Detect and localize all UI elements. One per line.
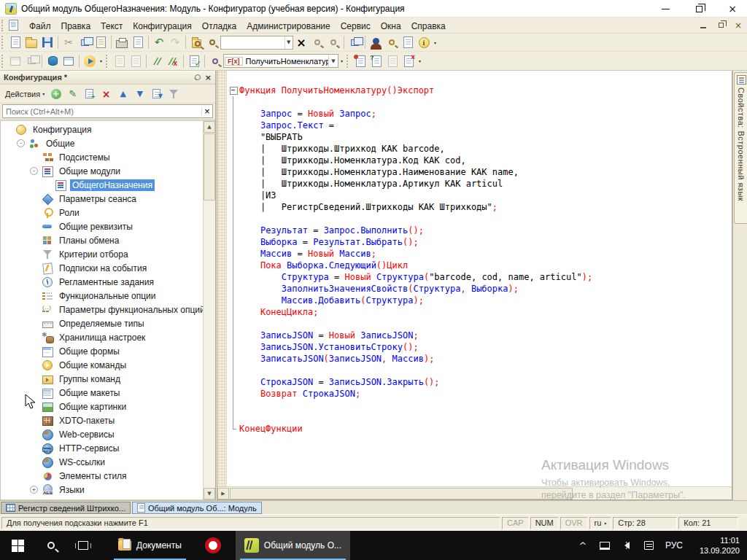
hidden-icons-button[interactable]: ^ — [572, 540, 594, 551]
close-config-button[interactable] — [23, 53, 39, 69]
code-line-10[interactable]: |ИЗ — [228, 190, 732, 201]
code-line-18[interactable]: ЗаполнитьЗначенияСвойств(Структура, Выбо… — [228, 283, 732, 295]
tree-item-Регламентные задания[interactable]: Регламентные задания — [1, 275, 203, 289]
move-up-button[interactable]: ▲ — [115, 87, 131, 101]
taskbar-clock[interactable]: 11:01 13.09.2020 — [689, 535, 747, 556]
delete-button[interactable]: × — [98, 87, 114, 101]
copy-fragment-button[interactable] — [112, 53, 128, 69]
tree-item-HTTP-сервисы[interactable]: HTTP-сервисы — [1, 441, 203, 455]
minimize-button[interactable] — [651, 0, 680, 18]
tree-search-input[interactable] — [3, 107, 201, 116]
scroll-right-button[interactable]: ▶ — [217, 488, 229, 499]
code-line-3[interactable]: Запрос = Новый Запрос; — [228, 108, 732, 120]
search-input[interactable] — [221, 37, 285, 48]
menu-5[interactable]: Отладка — [197, 20, 241, 33]
cut-button[interactable]: ✂ — [61, 35, 77, 50]
tree-item-Общие реквизиты[interactable]: Общие реквизиты — [1, 219, 203, 233]
tree-item-Параметры функциональных опций[interactable]: Параметры функциональных опций — [1, 303, 203, 316]
help-content-button[interactable] — [384, 35, 400, 50]
code-line-9[interactable]: | Штрихкоды.Номенклатура.Артикул КАК art… — [228, 178, 732, 190]
code-line-19[interactable]: Массив.Добавить(Структура); — [228, 295, 732, 306]
print-button[interactable] — [114, 35, 130, 50]
tree-item-Роли[interactable]: Роли — [1, 206, 203, 219]
procedures-dropdown-icon[interactable]: ▼ — [328, 55, 338, 67]
print-preview-button[interactable] — [130, 35, 146, 50]
tree-item-Элементы стиля[interactable]: Элементы стиля — [1, 469, 203, 483]
code-line-13[interactable]: Результат = Запрос.Выполнить(); — [228, 225, 732, 236]
tree-scrollbar[interactable]: ▲ ▼ — [203, 121, 215, 499]
start-debugging-button[interactable] — [82, 53, 98, 69]
mdi-minimize-button[interactable] — [697, 20, 709, 31]
code-line-25[interactable] — [228, 365, 732, 376]
menu-8[interactable]: Окна — [376, 20, 406, 33]
action-center-icon[interactable] — [638, 541, 659, 550]
find-previous-button[interactable] — [325, 35, 341, 50]
task-view-button[interactable] — [67, 531, 99, 560]
add-button[interactable]: + — [48, 87, 63, 101]
copy-button[interactable] — [77, 35, 93, 50]
menu-7[interactable]: Сервис — [336, 20, 376, 33]
toolbar1-overflow-dropdown[interactable]: ▾ — [432, 35, 438, 50]
mdi-close-button[interactable]: × — [732, 20, 744, 31]
tab-register-barcodes[interactable]: Регистр сведений Штрихко... — [1, 502, 131, 514]
code-line-8[interactable]: | Штрихкоды.Номенклатура.Наименование КА… — [228, 166, 732, 178]
expander-plus-icon[interactable]: + — [30, 486, 38, 494]
code-line-29[interactable] — [228, 411, 732, 423]
fold-collapse-icon[interactable] — [228, 85, 239, 96]
taskbar-search-button[interactable] — [35, 531, 67, 560]
paste-button[interactable] — [93, 35, 109, 50]
previous-bookmark-button[interactable] — [384, 53, 400, 69]
search-combobox[interactable]: ▼ — [220, 36, 293, 50]
tree-item-Критерии отбора[interactable]: Критерии отбора — [1, 247, 203, 261]
menu-6[interactable]: Администрирование — [241, 20, 335, 33]
menu-9[interactable]: Справка — [406, 20, 451, 33]
code-line-27[interactable]: Возврат СтрокаJSON; — [228, 388, 732, 400]
code-line-5[interactable]: "ВЫБРАТЬ — [228, 131, 732, 143]
configurator-taskbar-item[interactable]: Общий модуль О... — [236, 531, 350, 560]
pin-icon[interactable] — [193, 74, 201, 81]
editor-horizontal-scrollbar[interactable]: ◀ ▶ — [217, 486, 732, 499]
toggle-bookmark-button[interactable] — [352, 53, 368, 69]
code-line-14[interactable]: Выборка = Результат.Выбрать(); — [228, 236, 732, 248]
code-line-16[interactable]: Пока Выборка.Следующий()Цикл — [228, 260, 732, 271]
tree-item-Общие[interactable]: -Общие — [1, 136, 203, 150]
keyboard-language[interactable]: РУС — [659, 540, 689, 551]
tree-item-Определяемые типы[interactable]: Определяемые типы — [1, 316, 203, 330]
save-button[interactable] — [39, 35, 55, 50]
actions-menu-button[interactable]: Действия ▾ — [3, 88, 47, 100]
tree-item-Функциональные опции[interactable]: Функциональные опции — [1, 289, 203, 303]
code-line-26[interactable]: СтрокаJSON = ЗаписьJSON.Закрыть(); — [228, 376, 732, 388]
menu-2[interactable]: Правка — [56, 20, 96, 33]
menu-1[interactable]: Файл — [24, 20, 56, 33]
back-button[interactable]: ↶ — [151, 35, 167, 50]
new-document-button[interactable] — [7, 35, 23, 50]
opera-taskbar-item[interactable] — [190, 531, 236, 560]
tree-item-Общие команды[interactable]: Общие команды — [1, 358, 203, 372]
template-button[interactable] — [400, 35, 416, 50]
clear-search-button[interactable]: × — [293, 35, 309, 50]
add-copy-button[interactable]: + — [82, 87, 97, 101]
tree-item-XDTO-пакеты[interactable]: XDTO-пакеты — [1, 413, 203, 427]
code-line-1[interactable]: Функция ПолучитьНоменклатуру()Экспорт — [228, 85, 732, 96]
tree-item-Хранилища настроек[interactable]: Хранилища настроек — [1, 330, 203, 344]
scroll-down-button[interactable]: ▼ — [204, 488, 215, 499]
tree-item-Параметры сеанса[interactable]: Параметры сеанса — [1, 192, 203, 206]
panel-close-icon[interactable]: × — [205, 73, 212, 82]
edit-button[interactable]: ✎ — [65, 87, 80, 101]
tree-scrollbar-thumb[interactable] — [204, 133, 215, 201]
network-icon[interactable] — [594, 542, 616, 550]
code-line-2[interactable] — [228, 96, 732, 108]
config-structure-button[interactable] — [7, 53, 23, 69]
tree-item-Общие макеты[interactable]: Общие макеты — [1, 386, 203, 400]
find-button[interactable] — [204, 35, 220, 50]
tree-item-Общие формы[interactable]: Общие формы — [1, 344, 203, 358]
search-dropdown-icon[interactable]: ▼ — [285, 36, 293, 49]
code-line-4[interactable]: Запрос.Текст = — [228, 120, 732, 131]
restore-button[interactable] — [684, 0, 713, 18]
paste-fragment-button[interactable] — [128, 53, 144, 69]
code-line-30[interactable]: КонецФункции — [228, 423, 732, 435]
info-button[interactable]: i — [416, 35, 432, 50]
code-line-22[interactable]: ЗаписьJSON = Новый ЗаписьJSON; — [228, 330, 732, 341]
breakpoint-margin[interactable] — [217, 71, 227, 486]
tree-item-Группы команд[interactable]: Группы команд — [1, 372, 203, 386]
